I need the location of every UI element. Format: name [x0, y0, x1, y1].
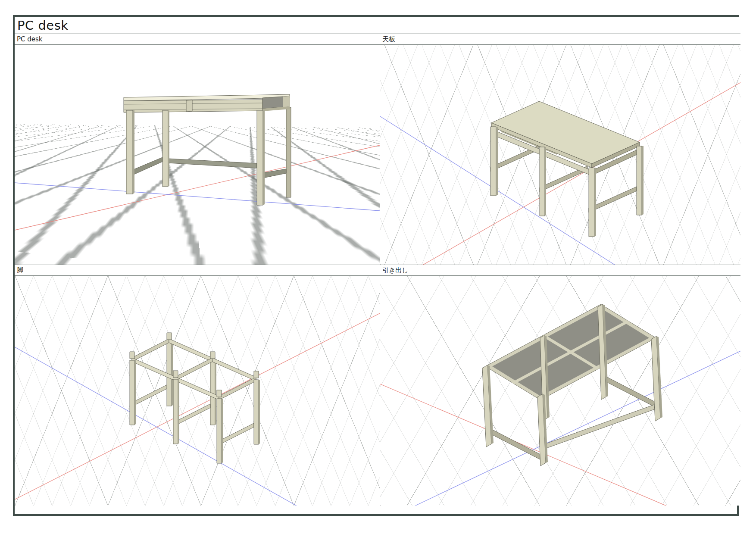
viewport-assembly-label-band: PC desk — [15, 34, 380, 45]
viewport-legs: 脚 — [15, 265, 380, 506]
layout-sheet: PC desk PC desk — [13, 15, 739, 516]
viewport-tabletop-label-band: 天板 — [380, 34, 740, 45]
sheet-title-bar: PC desk — [15, 17, 740, 34]
viewport-drawer-label: 引き出し — [382, 266, 409, 275]
desk-front-legs — [126, 110, 265, 205]
viewport-assembly-label: PC desk — [17, 35, 43, 43]
viewport-legs-label-band: 脚 — [15, 265, 380, 276]
tabletop-desk-model — [380, 45, 740, 265]
page-title: PC desk — [17, 18, 69, 33]
frame-stretchers — [134, 385, 254, 443]
viewport-legs-canvas[interactable] — [15, 276, 380, 506]
viewport-tabletop-label: 天板 — [382, 35, 395, 44]
assembly-desk-model — [15, 45, 380, 265]
drawer-underside-model — [380, 276, 740, 506]
viewport-drawer-label-band: 引き出し — [380, 265, 740, 276]
desk-tabletop — [124, 94, 290, 112]
desk-stretchers — [488, 374, 656, 459]
frame-top-rails — [132, 339, 256, 400]
legs-frame-model — [15, 276, 380, 506]
drawer-divider — [186, 100, 192, 112]
viewport-tabletop-canvas[interactable] — [380, 45, 740, 265]
viewport-tabletop: 天板 — [380, 34, 740, 265]
viewport-assembly: PC desk — [15, 34, 380, 265]
desk-rear-leg — [286, 107, 291, 197]
viewport-legs-label: 脚 — [17, 266, 23, 275]
viewport-drawer: 引き出し — [380, 265, 740, 506]
viewport-drawer-canvas[interactable] — [380, 276, 740, 506]
tabletop-underside — [485, 304, 656, 400]
viewport-assembly-canvas[interactable] — [15, 45, 380, 265]
